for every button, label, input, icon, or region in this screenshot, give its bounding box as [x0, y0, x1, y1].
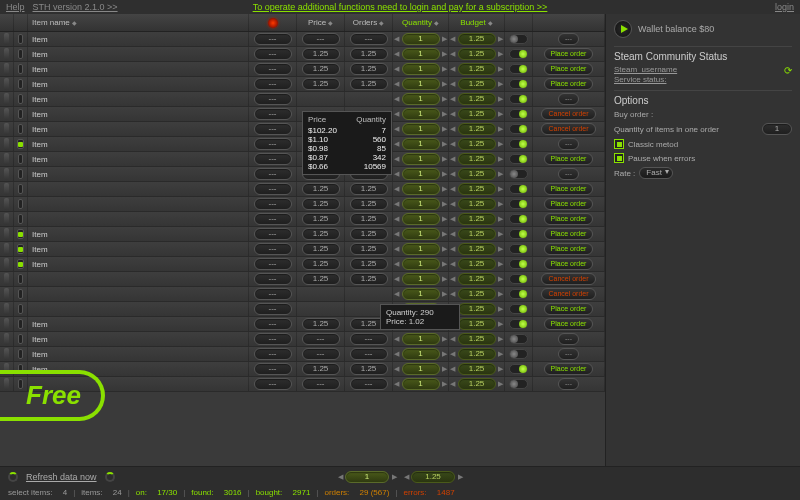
row-toggle[interactable] — [509, 214, 528, 224]
chevron-right-icon[interactable]: ▶ — [441, 363, 449, 375]
chevron-right-icon[interactable]: ▶ — [441, 33, 449, 45]
row-checkbox[interactable] — [18, 304, 23, 314]
chevron-right-icon[interactable]: ▶ — [497, 288, 505, 300]
row-drag-handle[interactable] — [4, 168, 9, 180]
item-name[interactable]: Item — [28, 137, 249, 151]
qty-input[interactable]: 1 — [402, 138, 440, 150]
budget-input[interactable]: 1.25 — [458, 123, 496, 135]
row-checkbox[interactable] — [18, 214, 23, 224]
budget-input[interactable]: 1.25 — [458, 93, 496, 105]
chevron-left-icon[interactable]: ◀ — [393, 273, 401, 285]
chevron-right-icon[interactable]: ▶ — [497, 138, 505, 150]
budget-input[interactable]: 1.25 — [458, 78, 496, 90]
qty-input[interactable]: 1 — [402, 153, 440, 165]
cancel-order-button[interactable]: Cancel order — [541, 123, 595, 135]
action-dash[interactable]: --- — [558, 378, 579, 390]
chevron-right-icon[interactable]: ▶ — [441, 378, 449, 390]
row-toggle[interactable] — [509, 49, 528, 59]
chevron-left-icon[interactable]: ◀ — [449, 228, 457, 240]
chevron-left-icon[interactable]: ◀ — [449, 33, 457, 45]
row-checkbox[interactable] — [18, 334, 23, 344]
item-name[interactable]: Item — [28, 152, 249, 166]
chevron-right-icon[interactable]: ▶ — [497, 273, 505, 285]
chevron-right-icon[interactable]: ▶ — [441, 168, 449, 180]
chevron-right-icon[interactable]: ▶ — [390, 471, 398, 483]
chevron-left-icon[interactable]: ◀ — [449, 333, 457, 345]
row-toggle[interactable] — [509, 94, 528, 104]
place-order-button[interactable]: Place order — [544, 153, 594, 165]
item-name[interactable]: Item — [28, 122, 249, 136]
row-checkbox[interactable] — [18, 349, 23, 359]
row-toggle[interactable] — [509, 289, 528, 299]
chevron-left-icon[interactable]: ◀ — [449, 123, 457, 135]
row-checkbox[interactable] — [17, 139, 24, 149]
chevron-left-icon[interactable]: ◀ — [449, 348, 457, 360]
row-drag-handle[interactable] — [4, 138, 9, 150]
row-drag-handle[interactable] — [4, 93, 9, 105]
budget-input[interactable]: 1.25 — [458, 273, 496, 285]
chevron-right-icon[interactable]: ▶ — [497, 258, 505, 270]
refresh-now-link[interactable]: Refresh data now — [26, 472, 97, 482]
item-name[interactable]: Item — [28, 92, 249, 106]
qty-input[interactable]: 1 — [402, 258, 440, 270]
chevron-left-icon[interactable]: ◀ — [336, 471, 344, 483]
place-order-button[interactable]: Place order — [544, 318, 594, 330]
chevron-right-icon[interactable]: ▶ — [497, 213, 505, 225]
row-toggle[interactable] — [509, 274, 528, 284]
item-name[interactable] — [28, 197, 249, 211]
row-checkbox[interactable] — [18, 169, 23, 179]
chevron-right-icon[interactable]: ▶ — [441, 348, 449, 360]
item-name[interactable] — [28, 287, 249, 301]
chevron-right-icon[interactable]: ▶ — [441, 153, 449, 165]
action-dash[interactable]: --- — [558, 333, 579, 345]
budget-input[interactable]: 1.25 — [458, 318, 496, 330]
item-name[interactable]: Item — [28, 47, 249, 61]
chevron-left-icon[interactable]: ◀ — [393, 333, 401, 345]
row-toggle[interactable] — [509, 319, 528, 329]
row-toggle[interactable] — [509, 139, 528, 149]
row-checkbox[interactable] — [18, 124, 23, 134]
qty-input[interactable]: 1 — [402, 198, 440, 210]
chevron-right-icon[interactable]: ▶ — [497, 183, 505, 195]
chevron-left-icon[interactable]: ◀ — [393, 78, 401, 90]
chevron-right-icon[interactable]: ▶ — [497, 168, 505, 180]
chevron-left-icon[interactable]: ◀ — [449, 48, 457, 60]
row-checkbox[interactable] — [18, 289, 23, 299]
row-toggle[interactable] — [509, 229, 528, 239]
row-drag-handle[interactable] — [4, 318, 9, 330]
chevron-left-icon[interactable]: ◀ — [393, 183, 401, 195]
chevron-right-icon[interactable]: ▶ — [497, 318, 505, 330]
row-toggle[interactable] — [509, 169, 528, 179]
place-order-button[interactable]: Place order — [544, 78, 594, 90]
row-checkbox[interactable] — [18, 109, 23, 119]
place-order-button[interactable]: Place order — [544, 303, 594, 315]
row-checkbox[interactable] — [17, 259, 24, 269]
row-drag-handle[interactable] — [4, 243, 9, 255]
chevron-left-icon[interactable]: ◀ — [449, 78, 457, 90]
budget-input[interactable]: 1.25 — [458, 108, 496, 120]
col-item-name[interactable]: Item name — [28, 14, 249, 31]
chevron-left-icon[interactable]: ◀ — [449, 153, 457, 165]
chevron-right-icon[interactable]: ▶ — [441, 243, 449, 255]
budget-input[interactable]: 1.25 — [458, 258, 496, 270]
chevron-right-icon[interactable]: ▶ — [441, 288, 449, 300]
item-name[interactable]: Item — [28, 257, 249, 271]
row-checkbox[interactable] — [18, 274, 23, 284]
col-quantity[interactable]: Quantity — [393, 14, 449, 31]
budget-input[interactable]: 1.25 — [458, 288, 496, 300]
item-name[interactable] — [28, 302, 249, 316]
place-order-button[interactable]: Place order — [544, 243, 594, 255]
row-drag-handle[interactable] — [4, 153, 9, 165]
chevron-right-icon[interactable]: ▶ — [497, 243, 505, 255]
chevron-left-icon[interactable]: ◀ — [393, 378, 401, 390]
row-checkbox[interactable] — [18, 79, 23, 89]
refresh-icon[interactable]: ⟳ — [784, 65, 792, 76]
row-drag-handle[interactable] — [4, 198, 9, 210]
row-checkbox[interactable] — [18, 199, 23, 209]
chevron-right-icon[interactable]: ▶ — [441, 198, 449, 210]
budget-input[interactable]: 1.25 — [458, 153, 496, 165]
chevron-left-icon[interactable]: ◀ — [393, 243, 401, 255]
item-name[interactable] — [28, 272, 249, 286]
chevron-left-icon[interactable]: ◀ — [449, 378, 457, 390]
row-drag-handle[interactable] — [4, 258, 9, 270]
